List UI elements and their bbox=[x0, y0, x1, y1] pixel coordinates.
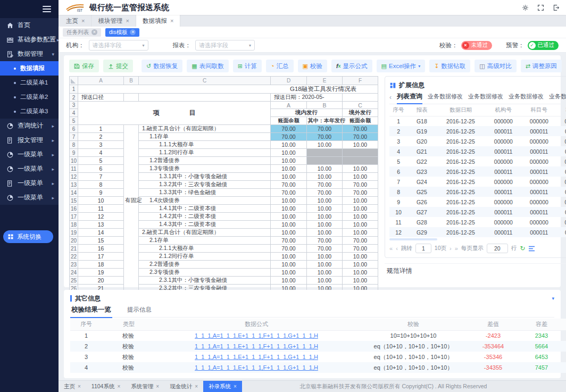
validation-row[interactable]: 4校验1_1_1,A=1_1_1,E+1_1_1,F+1_1_1,G+1_1_1… bbox=[70, 362, 566, 373]
spreadsheet[interactable]: A B C D E F 1 G18融资工具发行情况表 2 bbox=[69, 76, 378, 293]
balance-header[interactable]: 账面余额 bbox=[343, 117, 378, 125]
validation-row[interactable]: 1校验1_1_1,A=1_1_1,E+1_1_1,F+1_1_1,G+1_1_1… bbox=[70, 330, 566, 341]
footer-tab-1104[interactable]: 1104系统× bbox=[86, 381, 126, 392]
ext-table-row[interactable]: 10G272016-12-25000011000011000011 bbox=[389, 207, 566, 217]
row-number[interactable]: 3 bbox=[70, 102, 78, 109]
close-icon[interactable]: × bbox=[91, 29, 97, 35]
summary-button[interactable]: ◔ 汇总 bbox=[266, 60, 294, 72]
ext-table-row[interactable]: 5G222016-12-25000000000000000000 bbox=[389, 156, 566, 166]
tab-home[interactable]: 主页× bbox=[60, 15, 91, 27]
tab-biz-data-edit-2[interactable]: 业务数据修改 bbox=[468, 90, 503, 104]
ext-table-row[interactable]: 12G292016-12-25000011000011000011 bbox=[389, 227, 566, 237]
close-icon[interactable]: × bbox=[126, 18, 129, 24]
sheet-row[interactable]: 17121.4.2其中：二级资本债10.0010.0010.00 bbox=[70, 213, 378, 221]
show-formula-button[interactable]: fx 显示公式 bbox=[331, 60, 372, 72]
validate-button[interactable]: ▣ 校验 bbox=[298, 60, 327, 72]
col-letter[interactable]: A bbox=[78, 77, 124, 85]
sub-col-letter[interactable]: C bbox=[343, 102, 378, 109]
report-date-cell[interactable]: 报送日期：2020-05- bbox=[271, 94, 343, 102]
close-icon[interactable]: × bbox=[156, 383, 159, 389]
row-number[interactable]: 1 bbox=[70, 85, 78, 94]
validation-row[interactable]: 3校验1_1_1,A=1_1_1,E+1_1_1,F+1_1_1,G+1_1_1… bbox=[70, 352, 566, 362]
advanced-compare-button[interactable]: ◫ 高级对比 bbox=[475, 60, 516, 72]
sidebar-subitem-menu1[interactable]: 二级菜单1 bbox=[0, 76, 59, 90]
data-restore-button[interactable]: ↺ 数据恢复 bbox=[142, 60, 182, 72]
cell-formula[interactable]: 1_1_1,A=1_1_1,E+1_1_1,F+1_1_1,G+1_1_1,H bbox=[155, 330, 357, 341]
chip-dis-template[interactable]: dis模板× bbox=[105, 28, 139, 37]
close-icon[interactable]: × bbox=[234, 383, 237, 389]
sheet-row[interactable]: 1491.3.3其中：绿色金融债70.0070.0070.00 bbox=[70, 189, 378, 197]
cross-table-fetch-button[interactable]: ▦ 表间取数 bbox=[187, 60, 228, 72]
menu-collapse-icon[interactable] bbox=[43, 4, 51, 14]
col-letter[interactable]: F bbox=[343, 77, 378, 85]
sheet-corner[interactable] bbox=[70, 77, 78, 85]
logout-icon[interactable] bbox=[553, 4, 560, 11]
system-switch-button[interactable]: 系统切换 bbox=[3, 230, 53, 243]
sheet-row[interactable]: 18131.4.3其中：二级资本债10.0010.0010.00 bbox=[70, 221, 378, 229]
page-number-input[interactable] bbox=[415, 244, 431, 253]
col-letter[interactable]: B bbox=[124, 77, 139, 85]
col-letter[interactable]: E bbox=[307, 77, 343, 85]
spec-detail-bar[interactable]: 规范详情 ▾ bbox=[385, 263, 566, 278]
cell-formula[interactable]: 1_1_1,A=1_1_1,E+1_1_1,F+1_1_1,G+1_1_1,H bbox=[155, 352, 357, 362]
sidebar-subitem-menu2[interactable]: 二级菜单2 bbox=[0, 90, 59, 104]
row-number[interactable]: 4 bbox=[70, 109, 78, 117]
report-select[interactable]: 请选择字段 ▾ bbox=[195, 40, 255, 51]
column-settings-icon[interactable] bbox=[528, 246, 535, 252]
sheet-row[interactable]: 611.融资工具合计（有固定期限）70.0070.0070.00 bbox=[70, 125, 378, 133]
footer-tab-supplement[interactable]: 补录系统× bbox=[203, 381, 242, 392]
tab-list-query[interactable]: 列表查询 bbox=[397, 90, 422, 104]
sheet-row[interactable]: 1271.3.1其中：小微专项金融债10.0010.0010.00 bbox=[70, 173, 378, 181]
tab-tip-info[interactable]: 提示信息 bbox=[126, 304, 153, 318]
validation-table[interactable]: 序号 类型 数据公式 校验 差值 容差 1校验1_1_1,A=1_1_1,E+1… bbox=[70, 319, 566, 373]
ext-table-row[interactable]: 1G182016-12-25000000000000000000 bbox=[389, 116, 566, 126]
next-page-button[interactable]: › bbox=[450, 245, 452, 252]
tab-data-fill[interactable]: 数据填报× bbox=[136, 15, 180, 27]
extended-info-table[interactable]: 序号 报表 数据日期 机构号 科目号 科目号 1G182016-12-25000… bbox=[389, 104, 566, 237]
empty-cell[interactable] bbox=[343, 94, 378, 102]
col-letter[interactable]: C bbox=[139, 77, 271, 85]
collapse-icon[interactable]: ▾ bbox=[552, 296, 554, 301]
tab-module-mgmt[interactable]: 模块管理× bbox=[91, 15, 136, 27]
tab-biz-data-edit-4[interactable]: 业务数据修改 bbox=[549, 90, 566, 104]
page-size-input[interactable] bbox=[487, 244, 508, 253]
footer-tab-cash-stats[interactable]: 现金统计× bbox=[164, 381, 203, 392]
settings-icon[interactable] bbox=[522, 4, 529, 11]
sidebar-item-query[interactable]: 查询统计 ▸ bbox=[0, 119, 59, 133]
sidebar-item-level1-b[interactable]: 一级菜单 ▸ bbox=[0, 162, 59, 176]
last-page-button[interactable]: » bbox=[455, 245, 458, 252]
close-icon[interactable]: × bbox=[195, 383, 198, 389]
row-number[interactable]: 5 bbox=[70, 117, 78, 125]
row-number[interactable]: 2 bbox=[70, 94, 78, 102]
sub-col-letter[interactable]: B bbox=[307, 102, 343, 109]
overseas-issue-header[interactable]: 境外发行 bbox=[343, 109, 378, 117]
sheet-row[interactable]: 1510有固定1.4次级债券10.0010.0010.00 bbox=[70, 197, 378, 205]
adjust-reason-button[interactable]: ⇄ 调整原因 bbox=[521, 60, 562, 72]
ext-table-row[interactable]: 2G192016-12-25000011000011000011 bbox=[389, 126, 566, 136]
close-icon[interactable]: × bbox=[170, 18, 173, 24]
empty-cell[interactable] bbox=[124, 94, 139, 102]
sheet-row[interactable]: 20152.1存单70.0070.0070.00 bbox=[70, 237, 378, 245]
sheet-row[interactable]: 721.1存单70.0070.0070.00 bbox=[70, 133, 378, 141]
chip-task-list[interactable]: 任务列表× bbox=[63, 28, 101, 37]
sheet-row[interactable]: 22172.1.2同行存单10.0010.0010.00 bbox=[70, 253, 378, 261]
prev-page-button[interactable]: ‹ bbox=[396, 245, 398, 252]
fullscreen-icon[interactable] bbox=[537, 4, 544, 11]
cell-formula[interactable]: 1_1_1,A=1_1_1,E+1_1_1,F+1_1_1,G+1_1_1,H bbox=[155, 362, 357, 373]
sheet-row[interactable]: 1381.3.2其中：三农专项金融债70.0070.0070.00 bbox=[70, 181, 378, 189]
sidebar-item-message[interactable]: 报文管理 ▸ bbox=[0, 133, 59, 147]
first-page-button[interactable]: « bbox=[389, 245, 393, 252]
sidebar-item-level1-d[interactable]: 一级菜单 ▸ bbox=[0, 190, 59, 205]
sheet-row[interactable]: 19142.融资工具合计（有固定期限）10.0010.0010.00 bbox=[70, 229, 378, 237]
this-year-header[interactable]: 其中：本年发行 bbox=[307, 117, 343, 125]
scrollbar-thumb[interactable] bbox=[389, 238, 437, 240]
col-letter[interactable]: D bbox=[271, 77, 307, 85]
close-icon[interactable]: × bbox=[117, 383, 120, 389]
submit-button[interactable]: 提交 bbox=[103, 60, 133, 72]
cell-formula[interactable]: 1_1_1,A=1_1_1,E+1_1_1,F+1_1_1,G+1_1_1,H bbox=[155, 341, 357, 352]
ext-horizontal-scrollbar[interactable] bbox=[389, 238, 566, 240]
excel-operations-button[interactable]: ▤ Excel操作 ▾ bbox=[377, 60, 426, 72]
sidebar-subitem-fill[interactable]: 数据填报 bbox=[0, 61, 59, 76]
sidebar-item-home[interactable]: 首页 bbox=[0, 18, 59, 32]
sidebar-item-data[interactable]: 数据管理 ▾ bbox=[0, 47, 59, 61]
